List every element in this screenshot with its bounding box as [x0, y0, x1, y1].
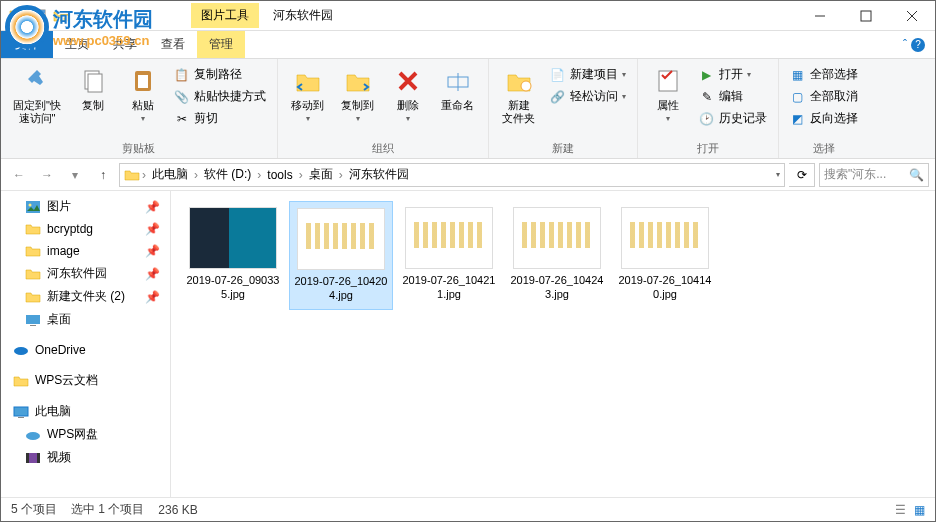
sidebar-onedrive[interactable]: OneDrive	[1, 339, 170, 361]
edit-button[interactable]: ✎编辑	[696, 87, 770, 106]
minimize-button[interactable]	[797, 1, 843, 31]
tab-view[interactable]: 查看	[149, 31, 197, 58]
sidebar-wps-doc[interactable]: WPS云文档	[1, 369, 170, 392]
ribbon: 固定到"快 速访问" 复制 粘贴 📋复制路径 📎粘贴快捷方式 ✂剪切 剪贴板 移…	[1, 59, 935, 159]
copy-to-button[interactable]: 复制到	[336, 63, 380, 125]
close-button[interactable]	[889, 1, 935, 31]
svg-rect-17	[30, 325, 36, 326]
sidebar-item-label: 桌面	[47, 311, 71, 328]
new-folder-button[interactable]: 新建 文件夹	[497, 63, 541, 127]
breadcrumb[interactable]: 此电脑	[148, 166, 192, 183]
selection-count: 选中 1 个项目	[71, 501, 144, 518]
sidebar-item-folder[interactable]: bcryptdg📌	[1, 218, 170, 240]
file-tab[interactable]: 文件	[1, 31, 53, 58]
address-dropdown[interactable]: ▾	[776, 170, 780, 179]
open-label: 打开	[719, 66, 743, 83]
file-thumbnail[interactable]: 2019-07-26_090335.jpg	[181, 201, 285, 310]
select-all-label: 全部选择	[810, 66, 858, 83]
new-folder-icon	[503, 65, 535, 97]
sidebar-item-label: WPS网盘	[47, 426, 98, 443]
item-count: 5 个项目	[11, 501, 57, 518]
file-thumbnail[interactable]: 2019-07-26_104243.jpg	[505, 201, 609, 310]
ribbon-collapse[interactable]: ˆ ?	[893, 31, 935, 58]
sidebar-item-folder[interactable]: image📌	[1, 240, 170, 262]
thumbnails-view-button[interactable]: ▦	[914, 503, 925, 517]
invert-label: 反向选择	[810, 110, 858, 127]
file-thumbnail[interactable]: 2019-07-26_104204.jpg	[289, 201, 393, 310]
move-to-button[interactable]: 移动到	[286, 63, 330, 125]
chevron-right-icon[interactable]: ›	[257, 168, 261, 182]
paste-shortcut-button[interactable]: 📎粘贴快捷方式	[171, 87, 269, 106]
properties-button[interactable]: 属性	[646, 63, 690, 125]
tab-home[interactable]: 主页	[53, 31, 101, 58]
open-button[interactable]: ▶打开▾	[696, 65, 770, 84]
contextual-tab-header: 图片工具	[191, 3, 259, 28]
file-thumbnail[interactable]: 2019-07-26_104211.jpg	[397, 201, 501, 310]
qat-dropdown[interactable]: ▼	[75, 11, 83, 20]
pin-icon	[21, 65, 53, 97]
select-none-button[interactable]: ▢全部取消	[787, 87, 861, 106]
properties-qat-icon[interactable]	[31, 8, 47, 24]
chevron-right-icon[interactable]: ›	[194, 168, 198, 182]
details-view-button[interactable]: ☰	[895, 503, 906, 517]
quick-access-toolbar: ▼	[1, 8, 91, 24]
recent-dropdown[interactable]: ▾	[63, 163, 87, 187]
history-label: 历史记录	[719, 110, 767, 127]
help-icon[interactable]: ?	[911, 38, 925, 52]
rename-button[interactable]: 重命名	[436, 63, 480, 114]
chevron-down-icon	[666, 114, 670, 123]
select-group-label: 选择	[787, 139, 861, 156]
selection-size: 236 KB	[158, 503, 197, 517]
maximize-button[interactable]	[843, 1, 889, 31]
breadcrumb[interactable]: 桌面	[305, 166, 337, 183]
new-item-button[interactable]: 📄新建项目▾	[547, 65, 629, 84]
tab-share[interactable]: 共享	[101, 31, 149, 58]
breadcrumb[interactable]: 河东软件园	[345, 166, 413, 183]
easy-access-icon: 🔗	[550, 89, 566, 105]
sidebar-item-desktop[interactable]: 桌面	[1, 308, 170, 331]
svg-point-12	[521, 81, 531, 91]
sidebar-wps-drive[interactable]: WPS网盘	[1, 423, 170, 446]
delete-button[interactable]: 删除	[386, 63, 430, 125]
sidebar-item-folder[interactable]: 河东软件园📌	[1, 262, 170, 285]
refresh-button[interactable]: ⟳	[789, 163, 815, 187]
chevron-right-icon[interactable]: ›	[339, 168, 343, 182]
ribbon-group-open: 属性 ▶打开▾ ✎编辑 🕑历史记录 打开	[638, 59, 779, 158]
breadcrumb[interactable]: tools	[263, 168, 296, 182]
cut-button[interactable]: ✂剪切	[171, 109, 269, 128]
copy-button[interactable]: 复制	[71, 63, 115, 114]
sidebar-item-folder[interactable]: 新建文件夹 (2)📌	[1, 285, 170, 308]
status-bar: 5 个项目 选中 1 个项目 236 KB ☰ ▦	[1, 497, 935, 521]
chevron-right-icon[interactable]: ›	[142, 168, 146, 182]
tab-manage[interactable]: 管理	[197, 31, 245, 58]
new-folder-qat-icon[interactable]	[53, 8, 69, 24]
search-input[interactable]: 搜索"河东...🔍	[819, 163, 929, 187]
file-name: 2019-07-26_104243.jpg	[509, 273, 605, 302]
file-pane[interactable]: 2019-07-26_090335.jpg2019-07-26_104204.j…	[171, 191, 935, 497]
address-bar[interactable]: › 此电脑› 软件 (D:)› tools› 桌面› 河东软件园 ▾	[119, 163, 785, 187]
invert-selection-button[interactable]: ◩反向选择	[787, 109, 861, 128]
forward-button[interactable]: →	[35, 163, 59, 187]
cut-label: 剪切	[194, 110, 218, 127]
file-thumbnail[interactable]: 2019-07-26_104140.jpg	[613, 201, 717, 310]
search-icon: 🔍	[909, 168, 924, 182]
move-label: 移动到	[291, 99, 324, 112]
sidebar-this-pc[interactable]: 此电脑	[1, 400, 170, 423]
sidebar[interactable]: 图片📌bcryptdg📌image📌河东软件园📌新建文件夹 (2)📌桌面OneD…	[1, 191, 171, 497]
up-button[interactable]: ↑	[91, 163, 115, 187]
easy-access-button[interactable]: 🔗轻松访问▾	[547, 87, 629, 106]
chevron-right-icon[interactable]: ›	[299, 168, 303, 182]
sidebar-item-pictures[interactable]: 图片📌	[1, 195, 170, 218]
paste-button[interactable]: 粘贴	[121, 63, 165, 125]
chevron-down-icon	[141, 114, 145, 123]
svg-rect-7	[88, 74, 102, 92]
history-button[interactable]: 🕑历史记录	[696, 109, 770, 128]
pin-quick-access-button[interactable]: 固定到"快 速访问"	[9, 63, 65, 127]
sidebar-video[interactable]: 视频	[1, 446, 170, 469]
new-item-label: 新建项目	[570, 66, 618, 83]
select-all-button[interactable]: ▦全部选择	[787, 65, 861, 84]
delete-label: 删除	[397, 99, 419, 112]
breadcrumb[interactable]: 软件 (D:)	[200, 166, 255, 183]
back-button[interactable]: ←	[7, 163, 31, 187]
copy-path-button[interactable]: 📋复制路径	[171, 65, 269, 84]
